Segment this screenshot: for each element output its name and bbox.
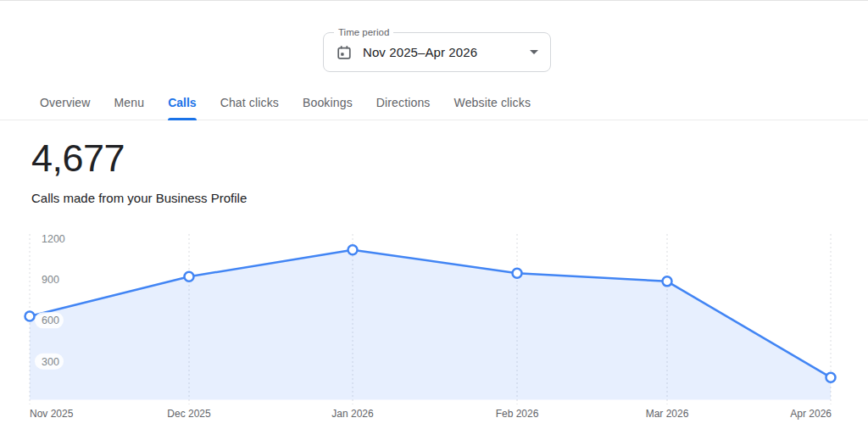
chart-point-feb-2026[interactable] xyxy=(513,269,522,278)
chart-point-dec-2025[interactable] xyxy=(185,272,194,281)
x-tick-label-nov-2025: Nov 2025 xyxy=(30,408,74,420)
y-tick-label-1200: 1200 xyxy=(42,233,65,245)
chart-area-fill xyxy=(30,250,831,400)
y-tick-label-300: 300 xyxy=(42,356,59,368)
chart-point-mar-2026[interactable] xyxy=(663,276,672,286)
calls-line-chart[interactable]: 3006009001200Nov 2025Dec 2025Jan 2026Feb… xyxy=(0,1,868,429)
y-tick-label-900: 900 xyxy=(42,274,59,286)
business-profile-performance-page: Time period Nov 2025–Apr 2026 Overview M… xyxy=(0,0,868,429)
chart-point-nov-2025[interactable] xyxy=(25,311,35,320)
chart-point-jan-2026[interactable] xyxy=(348,245,358,254)
x-tick-label-jan-2026: Jan 2026 xyxy=(331,408,374,420)
x-tick-label-feb-2026: Feb 2026 xyxy=(496,408,539,420)
x-tick-label-mar-2026: Mar 2026 xyxy=(646,408,689,420)
x-tick-label-dec-2025: Dec 2025 xyxy=(167,408,211,420)
x-tick-label-apr-2026: Apr 2026 xyxy=(790,408,832,420)
chart-point-apr-2026[interactable] xyxy=(826,373,836,382)
y-tick-label-600: 600 xyxy=(42,315,59,326)
